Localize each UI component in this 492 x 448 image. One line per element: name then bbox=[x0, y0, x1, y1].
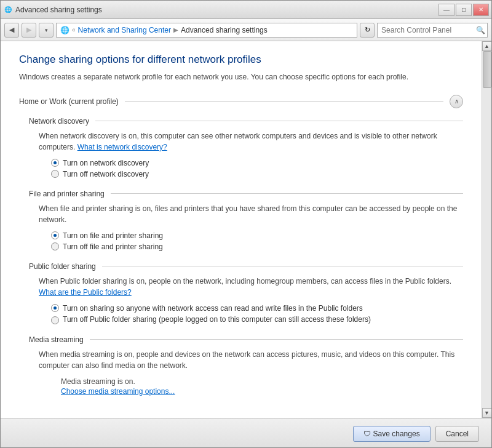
page-title: Change sharing options for different net… bbox=[19, 54, 463, 66]
scrollbar: ▲ ▼ bbox=[482, 41, 491, 418]
title-bar-left: 🌐 Advanced sharing settings bbox=[3, 5, 102, 15]
network-discovery-on-option[interactable]: Turn on network discovery bbox=[51, 159, 463, 167]
file-printer-sharing-desc: When file and printer sharing is on, fil… bbox=[29, 203, 463, 225]
file-printer-sharing-off-option[interactable]: Turn off file and printer sharing bbox=[51, 242, 463, 251]
profile-collapse-button[interactable]: ∧ bbox=[450, 95, 463, 108]
radio-dot bbox=[54, 161, 57, 164]
search-bar: 🔍 bbox=[377, 23, 488, 38]
public-folder-sharing-on-label: Turn on sharing so anyone with network a… bbox=[63, 304, 363, 313]
media-streaming-title: Media streaming bbox=[29, 335, 84, 344]
public-folder-sharing-line bbox=[102, 266, 463, 266]
media-streaming-desc: When media streaming is on, people and d… bbox=[29, 349, 463, 371]
save-changes-button[interactable]: 🛡 Save changes bbox=[353, 426, 430, 442]
public-folder-sharing-header: Public folder sharing bbox=[29, 262, 463, 271]
profile-header: Home or Work (current profile) ∧ bbox=[19, 95, 463, 108]
search-icon[interactable]: 🔍 bbox=[476, 26, 485, 34]
breadcrumb-root-icon: 🌐 bbox=[60, 26, 69, 34]
address-bar: ◀ ▶ ▾ 🌐 « Network and Sharing Center ▶ A… bbox=[1, 19, 491, 41]
file-printer-sharing-section: File and printer sharing When file and p… bbox=[19, 190, 463, 251]
breadcrumb-sep1: « bbox=[72, 26, 76, 33]
content-area: Change sharing options for different net… bbox=[1, 41, 482, 418]
public-folder-sharing-on-option[interactable]: Turn on sharing so anyone with network a… bbox=[51, 304, 463, 313]
file-printer-sharing-line bbox=[111, 193, 463, 194]
network-discovery-line bbox=[95, 121, 463, 121]
window-controls: — □ ✕ bbox=[438, 4, 489, 16]
media-streaming-line bbox=[90, 339, 463, 340]
public-folder-sharing-off-option[interactable]: Turn off Public folder sharing (people l… bbox=[51, 315, 463, 324]
window-icon: 🌐 bbox=[3, 5, 13, 15]
public-folder-sharing-options: Turn on sharing so anyone with network a… bbox=[29, 304, 463, 324]
network-discovery-options: Turn on network discovery Turn off netwo… bbox=[29, 159, 463, 178]
scroll-down-button[interactable]: ▼ bbox=[482, 408, 492, 418]
media-streaming-status: Media streaming is on. bbox=[29, 377, 463, 386]
refresh-button[interactable]: ↻ bbox=[360, 23, 375, 38]
breadcrumb-current: Advanced sharing settings bbox=[181, 26, 268, 34]
file-printer-sharing-title: File and printer sharing bbox=[29, 190, 105, 198]
scroll-track bbox=[482, 51, 492, 408]
network-discovery-title: Network discovery bbox=[29, 117, 89, 126]
network-discovery-on-label: Turn on network discovery bbox=[63, 159, 149, 167]
main-layout: Change sharing options for different net… bbox=[1, 41, 491, 418]
cancel-button[interactable]: Cancel bbox=[435, 426, 479, 442]
back-button[interactable]: ◀ bbox=[4, 23, 19, 38]
minimize-button[interactable]: — bbox=[438, 4, 454, 16]
shield-icon: 🛡 bbox=[363, 430, 371, 438]
public-folder-link[interactable]: What are the Public folders? bbox=[39, 288, 132, 297]
file-printer-sharing-off-radio[interactable] bbox=[51, 242, 59, 250]
forward-button[interactable]: ▶ bbox=[22, 23, 36, 38]
window-title: Advanced sharing settings bbox=[15, 6, 102, 14]
media-streaming-header: Media streaming bbox=[29, 335, 463, 344]
breadcrumb-link1[interactable]: Network and Sharing Center bbox=[78, 26, 171, 34]
profile-section: Home or Work (current profile) ∧ Network… bbox=[19, 95, 463, 396]
maximize-button[interactable]: □ bbox=[456, 4, 472, 16]
network-discovery-link[interactable]: What is network discovery? bbox=[77, 143, 167, 151]
public-folder-sharing-off-label: Turn off Public folder sharing (people l… bbox=[63, 315, 371, 324]
radio-dot bbox=[54, 306, 57, 310]
file-printer-sharing-on-radio[interactable] bbox=[51, 231, 59, 239]
dropdown-button[interactable]: ▾ bbox=[39, 23, 54, 38]
file-printer-sharing-header: File and printer sharing bbox=[29, 190, 463, 198]
public-folder-sharing-off-radio[interactable] bbox=[51, 316, 59, 324]
profile-label: Home or Work (current profile) bbox=[19, 97, 119, 106]
network-discovery-on-radio[interactable] bbox=[51, 159, 59, 167]
public-folder-sharing-desc: When Public folder sharing is on, people… bbox=[29, 276, 463, 298]
page-subtitle: Windows creates a separate network profi… bbox=[19, 72, 463, 82]
public-folder-sharing-on-radio[interactable] bbox=[51, 304, 59, 312]
file-printer-sharing-options: Turn on file and printer sharing Turn of… bbox=[29, 231, 463, 251]
public-folder-sharing-title: Public folder sharing bbox=[29, 262, 96, 271]
network-discovery-desc: When network discovery is on, this compu… bbox=[29, 130, 463, 153]
footer: 🛡 Save changes Cancel bbox=[1, 418, 491, 448]
network-discovery-off-radio[interactable] bbox=[51, 170, 59, 178]
file-printer-sharing-off-label: Turn off file and printer sharing bbox=[63, 242, 163, 251]
network-discovery-section: Network discovery When network discovery… bbox=[19, 117, 463, 178]
media-streaming-section: Media streaming When media streaming is … bbox=[19, 335, 463, 396]
breadcrumb-sep2: ▶ bbox=[173, 26, 178, 33]
title-bar: 🌐 Advanced sharing settings — □ ✕ bbox=[1, 1, 491, 19]
radio-dot bbox=[54, 234, 57, 237]
profile-line bbox=[125, 101, 443, 102]
public-folder-sharing-section: Public folder sharing When Public folder… bbox=[19, 262, 463, 324]
close-button[interactable]: ✕ bbox=[473, 4, 489, 16]
search-input[interactable] bbox=[381, 26, 474, 34]
media-streaming-options-link[interactable]: Choose media streaming options... bbox=[29, 387, 463, 396]
file-printer-sharing-on-option[interactable]: Turn on file and printer sharing bbox=[51, 231, 463, 240]
scroll-up-button[interactable]: ▲ bbox=[482, 41, 492, 51]
network-discovery-off-option[interactable]: Turn off network discovery bbox=[51, 170, 463, 178]
network-discovery-off-label: Turn off network discovery bbox=[63, 170, 149, 178]
save-changes-label: Save changes bbox=[373, 430, 420, 438]
network-discovery-header: Network discovery bbox=[29, 117, 463, 126]
breadcrumb-bar: 🌐 « Network and Sharing Center ▶ Advance… bbox=[56, 23, 357, 38]
scroll-thumb[interactable] bbox=[483, 51, 491, 88]
file-printer-sharing-on-label: Turn on file and printer sharing bbox=[63, 231, 163, 240]
